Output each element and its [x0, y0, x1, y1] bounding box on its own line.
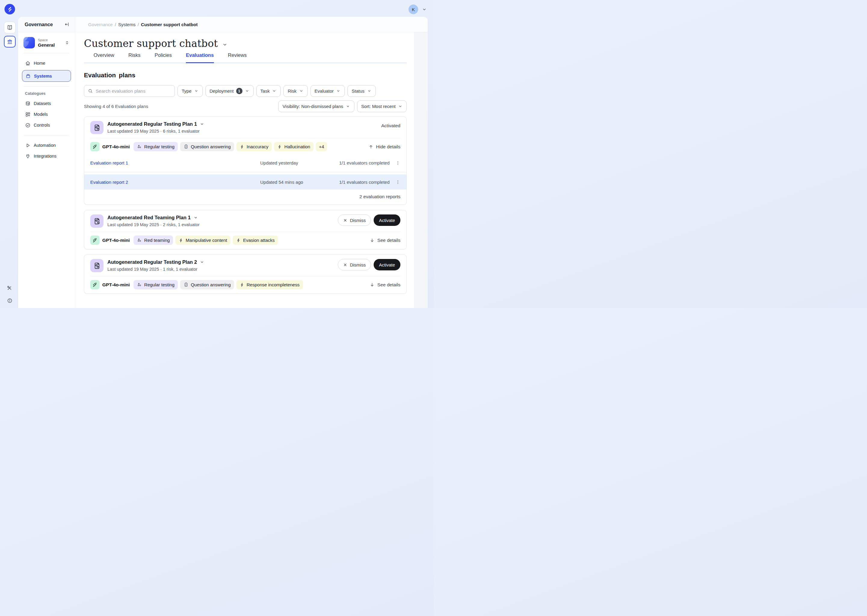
sidebar-item-label: Datasets — [34, 101, 51, 106]
zap-icon — [240, 145, 245, 149]
sidebar-title: Governance — [25, 22, 53, 27]
filter-type-button[interactable]: Type — [177, 85, 203, 97]
sidebar-item-models[interactable]: Models — [22, 109, 71, 120]
governance-rail-button[interactable] — [4, 36, 16, 47]
database-icon — [25, 101, 31, 107]
title-chevron-down-icon[interactable] — [222, 42, 228, 47]
plan-title[interactable]: Autogenerated Regular Testing Plan 2 — [107, 259, 204, 265]
collapse-left-icon — [64, 22, 69, 27]
space-switcher[interactable]: Space General — [22, 37, 71, 49]
risk-tag: Manipulative content — [175, 236, 231, 245]
play-icon — [25, 143, 31, 148]
plan-title-text: Autogenerated Red Teaming Plan 1 — [107, 215, 191, 220]
plan-title-text: Autogenerated Regular Testing Plan 2 — [107, 259, 197, 265]
sidebar-item-label: Home — [34, 61, 46, 66]
breadcrumb-separator: / — [137, 22, 139, 27]
tag-label: Inaccuracy — [247, 144, 269, 149]
clipboard-check-icon — [184, 144, 188, 149]
report-row: Evaluation report 1 Updated yesterday 1/… — [84, 156, 407, 170]
tag-label: Question answering — [191, 282, 231, 287]
filter-evaluator-button[interactable]: Evaluator — [311, 85, 345, 97]
sidebar-item-controls[interactable]: Controls — [22, 120, 71, 130]
filter-risk-button[interactable]: Risk — [283, 85, 308, 97]
status-badge: Activated — [381, 123, 401, 129]
filter-deployment-button[interactable]: Deployment 1 — [206, 85, 254, 97]
tab-overview[interactable]: Overview — [94, 52, 114, 63]
sidebar-collapse-button[interactable] — [63, 21, 70, 28]
chevron-down-icon — [272, 89, 276, 93]
dismiss-label: Dismiss — [350, 218, 366, 223]
chevron-down-icon — [194, 89, 199, 93]
see-details-button[interactable]: See details — [370, 237, 401, 243]
tag-label: Question answering — [191, 144, 231, 149]
visibility-select[interactable]: Visibility: Non-dismissed plans — [278, 101, 354, 112]
report-kebab-menu[interactable] — [390, 160, 401, 165]
more-tags-badge[interactable]: +4 — [316, 142, 327, 151]
breadcrumb-systems[interactable]: Systems — [118, 22, 136, 27]
catalogues-section-label: Catalogues — [25, 91, 68, 96]
sidebar-item-automation[interactable]: Automation — [22, 140, 71, 151]
visibility-label: Visibility: Non-dismissed plans — [283, 104, 343, 109]
chevrons-up-down-icon — [65, 40, 69, 45]
plan-title[interactable]: Autogenerated Red Teaming Plan 1 — [107, 215, 199, 220]
tab-reviews[interactable]: Reviews — [228, 52, 247, 63]
type-tag: Red teaming — [134, 236, 173, 245]
rocket-icon — [90, 142, 100, 151]
rocket-icon — [90, 280, 100, 289]
x-icon — [343, 262, 347, 267]
activate-button[interactable]: Activate — [374, 214, 401, 226]
hide-details-button[interactable]: Hide details — [369, 144, 401, 149]
shapes-icon — [137, 282, 142, 287]
filter-status-button[interactable]: Status — [347, 85, 376, 97]
activate-button[interactable]: Activate — [374, 259, 401, 270]
tools-rail-button[interactable] — [6, 285, 13, 291]
plug-icon — [25, 153, 31, 159]
tab-policies[interactable]: Policies — [155, 52, 172, 63]
chevron-down-icon — [336, 89, 341, 93]
sidebar-header: Governance — [18, 17, 75, 32]
clipboard-check-icon — [184, 282, 188, 287]
sidebar-item-label: Systems — [34, 74, 52, 79]
tag-label: Hallucination — [284, 144, 310, 149]
docs-rail-button[interactable] — [4, 22, 16, 33]
sidebar-item-home[interactable]: Home — [22, 58, 71, 69]
info-rail-button[interactable] — [7, 298, 13, 303]
task-tag: Question answering — [180, 280, 234, 289]
sidebar-item-datasets[interactable]: Datasets — [22, 98, 71, 109]
app-logo[interactable] — [5, 4, 15, 14]
sort-select[interactable]: Sort: Most recent — [357, 101, 407, 112]
dismiss-button[interactable]: Dismiss — [338, 214, 371, 226]
archive-icon — [25, 73, 31, 79]
kebab-icon — [395, 160, 401, 165]
tag-label: Manipulative content — [185, 237, 227, 243]
dismiss-button[interactable]: Dismiss — [338, 259, 371, 270]
breadcrumb-governance[interactable]: Governance — [88, 22, 113, 27]
see-details-button[interactable]: See details — [370, 282, 401, 288]
plan-card-1: Autogenerated Regular Testing Plan 1 Las… — [84, 116, 407, 205]
plan-subtitle: Last updated 19 May 2025 · 2 risks, 1 ev… — [107, 222, 199, 227]
details-label: See details — [377, 282, 401, 288]
report-link[interactable]: Evaluation report 1 — [90, 160, 260, 165]
chevron-down-icon — [245, 89, 250, 93]
shapes-icon — [137, 237, 142, 243]
search-input[interactable] — [96, 88, 171, 94]
report-link[interactable]: Evaluation report 2 — [90, 179, 260, 185]
plan-title[interactable]: Autogenerated Regular Testing Plan 1 — [107, 121, 204, 127]
type-tag: Regular testing — [134, 280, 178, 289]
sidebar-item-systems[interactable]: Systems — [22, 70, 71, 82]
filter-label: Type — [182, 88, 192, 94]
user-menu-chevron-down-icon[interactable] — [422, 7, 427, 12]
breadcrumb: Governance / Systems / Customer support … — [75, 17, 428, 32]
info-icon — [7, 298, 13, 303]
avatar[interactable]: K — [408, 5, 418, 14]
chevron-down-icon — [367, 89, 372, 93]
report-kebab-menu[interactable] — [390, 179, 401, 185]
tab-evaluations[interactable]: Evaluations — [186, 52, 214, 63]
sidebar-item-integrations[interactable]: Integrations — [22, 151, 71, 162]
tab-risks[interactable]: Risks — [129, 52, 140, 63]
breadcrumb-separator: / — [115, 22, 116, 27]
main-panel: Governance Space General Home — [18, 17, 428, 308]
filter-task-button[interactable]: Task — [256, 85, 281, 97]
plan-doc-shield-icon — [90, 214, 104, 228]
space-icon — [24, 37, 35, 49]
